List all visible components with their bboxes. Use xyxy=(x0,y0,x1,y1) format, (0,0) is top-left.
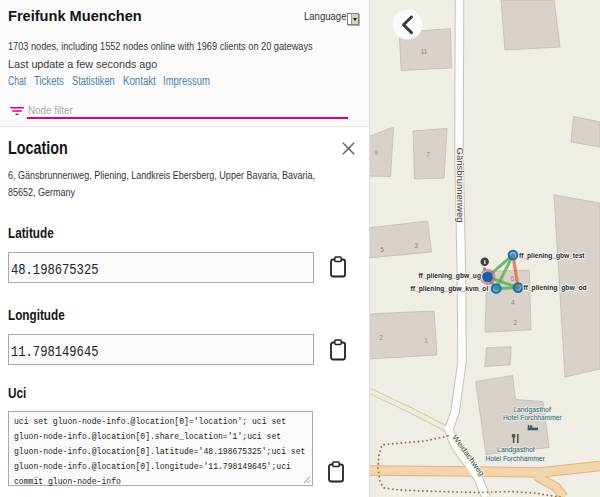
svg-text:Hotel Forchhammer: Hotel Forchhammer xyxy=(485,454,545,463)
svg-text:6: 6 xyxy=(511,275,515,282)
svg-text:9: 9 xyxy=(374,149,378,156)
svg-text:7: 7 xyxy=(426,151,430,158)
svg-text:11: 11 xyxy=(421,48,428,55)
svg-text:1: 1 xyxy=(424,337,428,344)
svg-text:4: 4 xyxy=(511,299,515,306)
svg-text:5: 5 xyxy=(380,246,384,253)
svg-text:2: 2 xyxy=(513,319,517,326)
svg-text:ff_pliening_gbw_kvm_ol: ff_pliening_gbw_kvm_ol xyxy=(411,284,489,293)
svg-text:3: 3 xyxy=(414,242,418,249)
svg-text:Gänsbrunnenweg: Gänsbrunnenweg xyxy=(455,148,465,223)
svg-text:2: 2 xyxy=(379,334,383,341)
svg-text:i: i xyxy=(484,258,486,266)
svg-text:ff_pliening_gbw_test: ff_pliening_gbw_test xyxy=(519,251,585,260)
svg-text:ff_pliening_gbw_od: ff_pliening_gbw_od xyxy=(523,283,586,292)
svg-text:Landgasthof: Landgasthof xyxy=(497,445,535,454)
svg-text:Hotel Forchhammer: Hotel Forchhammer xyxy=(503,413,562,422)
svg-text:ff_pliening_gbw_ug: ff_pliening_gbw_ug xyxy=(418,271,481,280)
